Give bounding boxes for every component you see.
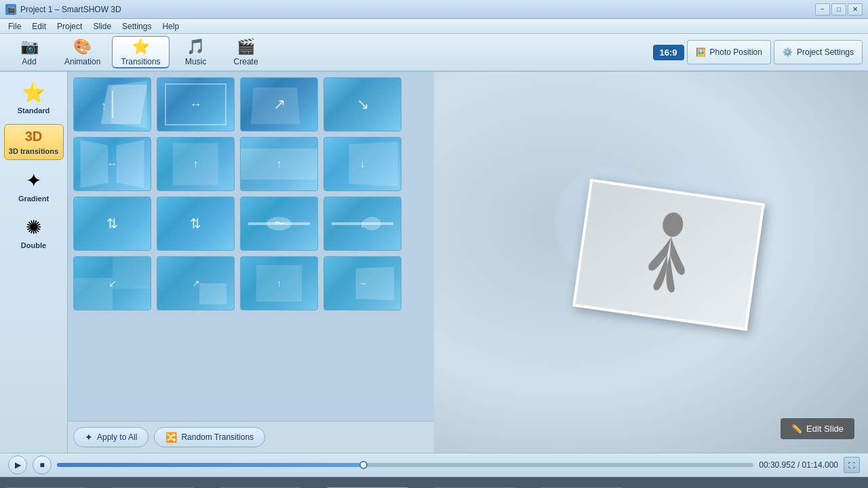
progress-thumb[interactable] [359,461,368,469]
svg-point-0 [660,211,684,238]
category-standard-label: Standard [18,106,50,115]
category-gradient-label: Gradient [18,195,49,203]
fullscreen-button[interactable]: ⛶ [844,457,860,473]
transition-thumb-5[interactable]: ↔ [73,137,151,191]
apply-to-all-button[interactable]: ✦ Apply to All [73,427,149,447]
categories-sidebar: ⭐ Standard 3D 3D transitions ✦ Gradient … [0,72,68,453]
menu-slide[interactable]: Slide [87,20,117,33]
menu-edit[interactable]: Edit [26,20,52,33]
3d-icon: 3D [25,129,43,144]
transitions-icon: ⭐ [132,38,150,56]
transition-thumb-14[interactable]: ↗ [157,256,235,310]
menu-project[interactable]: Project [52,20,87,33]
menu-file[interactable]: File [3,20,26,33]
player-bar: ▶ ■ 00:30.952 / 01:14.000 ⛶ [0,453,868,477]
transition-thumb-6[interactable]: ↑ [157,137,235,191]
music-button[interactable]: 🎵 Music [172,36,220,68]
menu-settings[interactable]: Settings [117,20,157,33]
category-double-label: Double [21,241,46,249]
category-double[interactable]: ✺ Double [4,212,64,253]
random-icon: 🔀 [165,432,177,443]
grid-row-1: ↑ ↔ ↗ ↘ [73,77,429,131]
progress-track[interactable] [57,463,753,467]
edit-slide-button[interactable]: ✏️ Edit Slide [781,418,854,439]
double-icon: ✺ [26,216,41,239]
transition-thumb-2[interactable]: ↔ [157,77,235,131]
grid-row-3: ⇅ ⇅ 〜 ↓ [73,197,429,251]
minimize-button[interactable]: − [815,3,830,16]
transition-thumb-1[interactable]: ↑ [73,77,151,131]
apply-icon: ✦ [85,432,93,443]
grid-row-2: ↔ ↑ ↑ ↓ [73,137,429,191]
window-title: Project 1 – SmartSHOW 3D [20,5,815,14]
transition-thumb-12[interactable]: ↓ [323,197,401,251]
transition-thumb-15[interactable]: ↑ [240,256,318,310]
transition-thumb-3[interactable]: ↗ [240,77,318,131]
titlebar: 🎬 Project 1 – SmartSHOW 3D − □ ✕ [0,0,868,19]
grid-scroll[interactable]: ↑ ↔ ↗ ↘ [68,72,434,421]
create-icon: 🎬 [237,38,255,56]
preview-area: ✏️ Edit Slide [434,72,868,453]
add-icon: 📷 [20,38,39,56]
left-panel: ⭐ Standard 3D 3D transitions ✦ Gradient … [0,72,434,453]
maximize-button[interactable]: □ [831,3,846,16]
window-controls: − □ ✕ [815,3,863,16]
project-settings-button[interactable]: ⚙️ Project Settings [774,40,863,64]
animation-icon: 🎨 [73,38,92,56]
gradient-icon: ✦ [26,169,41,192]
toolbar: 📷 Add 🎨 Animation ⭐ Transitions 🎵 Music … [0,34,868,72]
music-icon: 🎵 [186,38,205,56]
transition-thumb-16[interactable]: → [323,256,401,310]
timeline: Dance is life life is dance 1 ✏ ◂ 9.0 ● … [0,477,868,488]
category-3d[interactable]: 3D 3D transitions [4,124,64,160]
main-area: ⭐ Standard 3D 3D transitions ✦ Gradient … [0,72,868,453]
preview-photo-inner [575,182,762,327]
create-button[interactable]: 🎬 Create [222,36,270,68]
grid-row-4: ↙ ↗ ↑ → [73,256,429,310]
menubar: File Edit Project Slide Settings Help [0,19,868,34]
menu-help[interactable]: Help [157,20,184,33]
app-icon: 🎬 [5,4,16,15]
time-display: 00:30.952 / 01:14.000 [759,460,838,470]
category-standard[interactable]: ⭐ Standard [4,77,64,119]
progress-fill [57,463,363,467]
animation-button[interactable]: 🎨 Animation [56,36,109,68]
add-button[interactable]: 📷 Add [5,36,53,68]
standard-icon: ⭐ [22,81,45,104]
project-settings-icon: ⚙️ [783,47,793,57]
transition-thumb-9[interactable]: ⇅ [73,197,151,251]
stop-button[interactable]: ■ [33,455,52,474]
transitions-button[interactable]: ⭐ Transitions [112,36,169,68]
category-3d-label: 3D transitions [9,147,58,155]
transition-thumb-8[interactable]: ↓ [323,137,401,191]
edit-slide-icon: ✏️ [791,424,802,434]
ratio-badge: 16:9 [653,45,684,60]
transition-thumb-7[interactable]: ↑ [240,137,318,191]
play-button[interactable]: ▶ [8,455,27,474]
photo-position-icon: 🖼️ [696,47,706,57]
transition-thumb-11[interactable]: 〜 [240,197,318,251]
transition-thumb-10[interactable]: ⇅ [157,197,235,251]
transition-thumb-4[interactable]: ↘ [323,77,401,131]
category-gradient[interactable]: ✦ Gradient [4,165,64,207]
random-transitions-button[interactable]: 🔀 Random Transitions [154,427,265,447]
transition-thumb-13[interactable]: ↙ [73,256,151,310]
grid-bottom: ✦ Apply to All 🔀 Random Transitions [68,421,434,453]
photo-position-button[interactable]: 🖼️ Photo Position [687,40,771,64]
preview-photo [572,179,765,331]
transitions-grid: ↑ ↔ ↗ ↘ [68,72,434,453]
toolbar-right: 16:9 🖼️ Photo Position ⚙️ Project Settin… [653,40,863,64]
close-button[interactable]: ✕ [848,3,863,16]
